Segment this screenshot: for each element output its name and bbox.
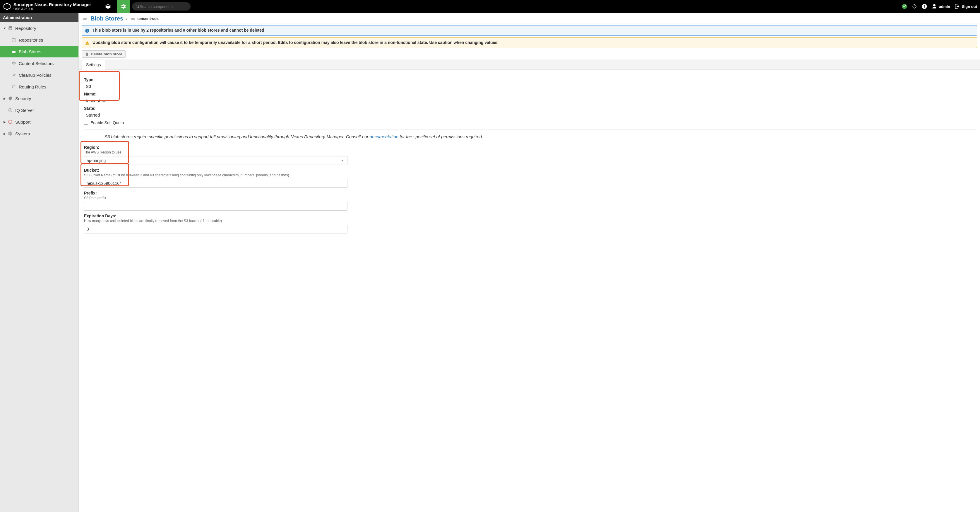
product-version: OSS 3.28.1-01 — [13, 7, 91, 11]
delete-blobstore-button[interactable]: Delete blob store — [82, 50, 126, 58]
documentation-link[interactable]: documentation — [370, 134, 398, 139]
signout-icon — [954, 3, 960, 10]
svg-point-16 — [134, 18, 134, 19]
svg-point-12 — [10, 121, 11, 123]
sidebar-title: Administration — [0, 13, 78, 22]
sidebar-item-label: Repositories — [19, 37, 43, 43]
info-alert: i This blob store is in use by 2 reposit… — [82, 25, 977, 36]
browse-mode-button[interactable] — [102, 0, 115, 13]
svg-text:?: ? — [923, 5, 925, 8]
svg-point-14 — [86, 19, 87, 19]
user-icon — [931, 3, 937, 10]
sidebar-item-cleanup[interactable]: Cleanup Policies — [0, 69, 78, 81]
product-title: Sonatype Nexus Repository Manager — [13, 2, 91, 7]
harddrive-icon — [11, 49, 16, 54]
breadcrumb-item: tencent-cos — [130, 16, 159, 21]
svg-text:i: i — [87, 29, 88, 32]
main-content: Blob Stores / tencent-cos i This blob st… — [79, 13, 980, 512]
sidebar-item-blobstores[interactable]: Blob Stores — [0, 46, 78, 57]
app-header: r Sonatype Nexus Repository Manager OSS … — [0, 0, 980, 13]
expiration-label: Expiration Days: — [84, 214, 976, 218]
region-hint: The AWS Region to use — [84, 150, 976, 155]
sidebar-item-iqserver[interactable]: IQ Server — [0, 104, 78, 116]
bucket-input[interactable] — [84, 179, 347, 188]
breadcrumb-section[interactable]: Blob Stores — [91, 15, 123, 22]
broom-icon — [11, 72, 16, 78]
sidebar-item-security[interactable]: ▶ Security — [0, 93, 78, 104]
svg-point-6 — [12, 38, 16, 39]
route-icon — [11, 84, 16, 89]
search-box[interactable] — [132, 2, 191, 11]
search-icon — [135, 5, 140, 8]
info-icon: i — [85, 29, 89, 33]
sidebar-item-label: Repository — [15, 26, 36, 31]
sidebar-item-label: Security — [15, 96, 31, 101]
region-label: Region: — [84, 145, 976, 150]
sidebar-item-label: Content Selectors — [19, 61, 54, 66]
sidebar-item-routing[interactable]: Routing Rules — [0, 81, 78, 93]
soft-quota-checkbox[interactable]: Enable Soft Quota — [84, 120, 976, 125]
shield-icon — [8, 96, 13, 101]
caret-right-icon: ▶ — [3, 132, 6, 135]
sidebar-item-support[interactable]: ▶ Support — [0, 116, 78, 128]
harddrive-icon — [82, 17, 88, 21]
soft-quota-input[interactable] — [84, 121, 88, 125]
info-alert-text: This blob store is in use by 2 repositor… — [92, 28, 264, 32]
svg-text:r: r — [6, 5, 8, 8]
tab-settings[interactable]: Settings — [82, 60, 105, 70]
sidebar-item-system[interactable]: ▶ System — [0, 128, 78, 139]
logo-icon: r — [3, 2, 11, 11]
name-label: Name: — [84, 92, 976, 96]
state-label: State: — [84, 106, 976, 111]
database-icon — [8, 26, 13, 31]
name-value: tencent-cos — [84, 98, 976, 103]
help-icon[interactable]: ? — [921, 3, 928, 10]
harddrive-icon — [130, 17, 135, 21]
iq-icon — [8, 107, 13, 113]
database-icon — [11, 37, 16, 43]
breadcrumb-separator: / — [126, 16, 127, 21]
sidebar-item-label: Blob Stores — [19, 49, 41, 54]
svg-point-8 — [14, 51, 15, 52]
sidebar-item-label: System — [15, 131, 30, 136]
expiration-hint: How many days until deleted blobs are fi… — [84, 219, 976, 223]
type-label: Type: — [84, 77, 976, 82]
lifebuoy-icon — [8, 119, 13, 124]
sidebar-item-label: Support — [15, 120, 31, 124]
prefix-hint: S3 Path prefix — [84, 196, 976, 200]
refresh-icon[interactable] — [912, 3, 917, 10]
settings-form: Type: S3 Name: tencent-cos State: Starte… — [79, 70, 980, 242]
signout-label: Sign out — [962, 5, 977, 9]
soft-quota-label: Enable Soft Quota — [91, 120, 124, 125]
sidebar-item-contentselectors[interactable]: Content Selectors — [0, 57, 78, 69]
user-label: admin — [939, 5, 950, 9]
admin-mode-button[interactable] — [117, 0, 130, 13]
caret-right-icon: ▶ — [3, 97, 6, 100]
gear-icon — [8, 131, 13, 136]
sidebar-item-label: Cleanup Policies — [19, 73, 51, 78]
header-right: ? admin Sign out — [902, 3, 977, 10]
sidebar-item-repository[interactable]: ▼ Repository — [0, 22, 78, 34]
sidebar-item-repositories[interactable]: Repositories — [0, 34, 78, 46]
warning-icon: ! — [85, 41, 89, 45]
prefix-input[interactable] — [84, 202, 347, 211]
bucket-label: Bucket: — [84, 168, 976, 172]
sidebar-item-label: Routing Rules — [19, 85, 46, 89]
breadcrumb-item-label: tencent-cos — [137, 16, 159, 21]
expiration-input[interactable] — [84, 225, 347, 233]
sidebar-item-label: IQ Server — [15, 108, 34, 113]
region-select[interactable]: ap-nanjing — [84, 156, 347, 165]
search-input[interactable] — [140, 5, 186, 9]
brand-block: Sonatype Nexus Repository Manager OSS 3.… — [13, 2, 91, 11]
state-value: Started — [84, 112, 976, 118]
user-menu[interactable]: admin — [931, 3, 950, 10]
signout-button[interactable]: Sign out — [954, 3, 977, 10]
status-ok-icon[interactable] — [902, 3, 907, 10]
sidebar: Administration ▼ Repository Repositories… — [0, 13, 79, 512]
type-value: S3 — [84, 84, 976, 89]
svg-point-10 — [10, 110, 11, 111]
warning-alert: ! Updating blob store configuration will… — [82, 37, 977, 48]
breadcrumb: Blob Stores / tencent-cos — [79, 13, 980, 24]
bucket-hint: S3 Bucket Name (must be between 3 and 63… — [84, 173, 976, 177]
svg-text:!: ! — [87, 42, 88, 45]
